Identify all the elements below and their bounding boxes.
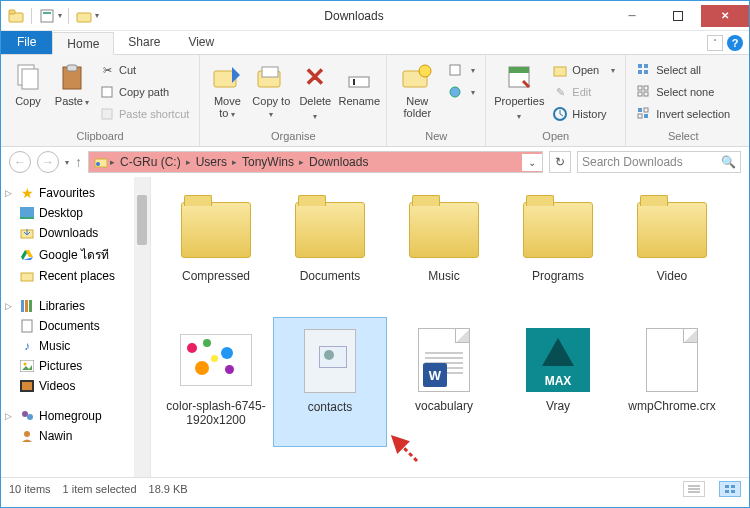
svg-rect-54 (22, 382, 32, 390)
sidebar-videos[interactable]: Videos (1, 376, 150, 396)
file-item[interactable]: Documents (273, 187, 387, 317)
sidebar-favourites[interactable]: ▷★Favourites (1, 183, 150, 203)
file-item[interactable]: Programs (501, 187, 615, 317)
qat-newfolder-icon[interactable] (75, 7, 93, 25)
qat-properties-icon[interactable] (38, 7, 56, 25)
history-icon (552, 106, 568, 122)
file-icon (632, 325, 712, 395)
breadcrumb[interactable]: ▸ C-GRu (C:)▸ Users▸ TonyWins▸ Downloads… (88, 151, 543, 173)
svg-rect-64 (731, 490, 735, 493)
sidebar-music[interactable]: ♪Music (1, 336, 150, 356)
sidebar-recent[interactable]: Recent places (1, 266, 150, 286)
file-item[interactable]: wmpChrome.crx (615, 317, 729, 447)
paste-shortcut-button[interactable]: Paste shortcut (95, 103, 193, 125)
max-icon: MAX (518, 325, 598, 395)
rename-icon (343, 61, 375, 93)
move-to-button[interactable]: Move to ▾ (206, 59, 248, 130)
sidebar-google[interactable]: Google ไดรที (1, 243, 150, 266)
close-button[interactable] (701, 5, 749, 27)
select-all-icon (636, 62, 652, 78)
tab-file[interactable]: File (1, 31, 52, 54)
svg-rect-33 (638, 108, 642, 112)
svg-rect-35 (638, 114, 642, 118)
sidebar-homegroup[interactable]: ▷Homegroup (1, 406, 150, 426)
open-button[interactable]: Open▾ (548, 59, 619, 81)
history-button[interactable]: History (548, 103, 619, 125)
svg-rect-32 (644, 92, 648, 96)
cut-button[interactable]: ✂Cut (95, 59, 193, 81)
file-item[interactable]: Compressed (159, 187, 273, 317)
svg-rect-48 (29, 300, 32, 312)
select-none-button[interactable]: Select none (632, 81, 734, 103)
maximize-button[interactable] (655, 5, 701, 27)
folder-icon (632, 195, 712, 265)
star-icon: ★ (19, 185, 35, 201)
tab-share[interactable]: Share (114, 31, 174, 54)
desktop-icon (19, 205, 35, 221)
invert-selection-icon (636, 106, 652, 122)
rename-button[interactable]: Rename (338, 59, 380, 130)
sidebar-libraries[interactable]: ▷Libraries (1, 296, 150, 316)
copy-to-button[interactable]: Copy to ▾ (250, 59, 292, 130)
sidebar-user[interactable]: Nawin (1, 426, 150, 446)
word-icon: W (404, 325, 484, 395)
search-icon: 🔍 (721, 155, 736, 169)
view-icons-button[interactable] (719, 481, 741, 497)
svg-point-20 (450, 87, 460, 97)
tab-home[interactable]: Home (52, 32, 114, 55)
minimize-button[interactable] (609, 5, 655, 27)
breadcrumb-folder-icon (93, 154, 109, 170)
new-folder-button[interactable]: New folder (393, 59, 441, 130)
svg-rect-25 (638, 64, 642, 68)
delete-icon: ✕ (299, 61, 331, 93)
file-label: Programs (532, 269, 584, 283)
breadcrumb-dropdown[interactable]: ⌄ (522, 154, 542, 171)
sidebar-documents[interactable]: Documents (1, 316, 150, 336)
refresh-button[interactable]: ↻ (549, 151, 571, 173)
copy-path-button[interactable]: Copy path (95, 81, 193, 103)
folder-icon (290, 195, 370, 265)
file-item[interactable]: color-splash-6745-1920x1200 (159, 317, 273, 447)
easy-access-button[interactable]: ▾ (443, 81, 479, 103)
svg-rect-7 (22, 69, 38, 89)
pictures-icon (19, 358, 35, 374)
new-folder-icon (401, 61, 433, 93)
help-button[interactable]: ? (727, 35, 743, 51)
view-details-button[interactable] (683, 481, 705, 497)
paste-button[interactable]: Paste (51, 59, 93, 130)
edit-button[interactable]: ✎Edit (548, 81, 619, 103)
file-item[interactable]: contacts (273, 317, 387, 447)
delete-button[interactable]: ✕ Delete (294, 59, 336, 130)
sidebar-desktop[interactable]: Desktop (1, 203, 150, 223)
tab-view[interactable]: View (174, 31, 228, 54)
svg-rect-36 (644, 114, 648, 118)
sidebar-scrollbar[interactable] (134, 177, 150, 477)
nav-up-button[interactable]: ↑ (75, 154, 82, 170)
qat-properties-dropdown[interactable]: ▾ (58, 11, 62, 20)
new-item-button[interactable]: ▾ (443, 59, 479, 81)
properties-button[interactable]: Properties (492, 59, 546, 130)
nav-history-dropdown[interactable]: ▾ (65, 158, 69, 167)
file-item[interactable]: Music (387, 187, 501, 317)
ribbon-collapse-button[interactable]: ˄ (707, 35, 723, 51)
sidebar-downloads[interactable]: Downloads (1, 223, 150, 243)
svg-rect-11 (102, 109, 112, 119)
file-list[interactable]: CompressedDocumentsMusicProgramsVideocol… (151, 177, 749, 477)
copy-button[interactable]: Copy (7, 59, 49, 130)
file-item[interactable]: Video (615, 187, 729, 317)
file-item[interactable]: MAXVray (501, 317, 615, 447)
file-item[interactable]: Wvocabulary (387, 317, 501, 447)
search-input[interactable]: Search Downloads🔍 (577, 151, 741, 173)
sidebar-pictures[interactable]: Pictures (1, 356, 150, 376)
copy-to-icon (255, 61, 287, 93)
svg-rect-14 (262, 67, 278, 77)
nav-forward-button[interactable]: → (37, 151, 59, 173)
file-label: Vray (546, 399, 570, 413)
select-all-button[interactable]: Select all (632, 59, 734, 81)
svg-rect-31 (638, 92, 642, 96)
invert-selection-button[interactable]: Invert selection (632, 103, 734, 125)
svg-rect-30 (644, 86, 648, 90)
nav-back-button[interactable]: ← (9, 151, 31, 173)
svg-point-38 (96, 162, 100, 166)
properties-icon (503, 61, 535, 93)
